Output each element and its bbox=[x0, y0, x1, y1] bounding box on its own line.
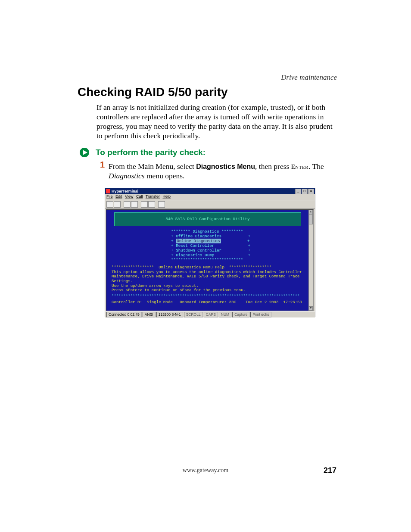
status-caps: CAPS bbox=[204, 312, 218, 317]
help-body: This option allows you to access the onl… bbox=[112, 270, 305, 293]
toolbar bbox=[105, 200, 315, 208]
toolbar-button[interactable] bbox=[114, 201, 121, 208]
maximize-button[interactable]: □ bbox=[302, 189, 308, 194]
diag-footer: ****************************** bbox=[171, 258, 243, 262]
procedure-arrow-icon bbox=[80, 148, 91, 157]
menu-transfer[interactable]: Transfer bbox=[146, 194, 160, 199]
footer-url: www.gateway.com bbox=[0, 467, 411, 474]
step-text-menu: Diagnostics Menu bbox=[196, 163, 255, 170]
toolbar-button[interactable] bbox=[158, 201, 165, 208]
section-header: Drive maintenance bbox=[281, 73, 337, 82]
toolbar-button[interactable] bbox=[131, 201, 138, 208]
menu-call[interactable]: Call bbox=[136, 194, 143, 199]
divider-stars: ****************************************… bbox=[106, 294, 309, 299]
status-connected: Connected 0:02:49 bbox=[106, 312, 142, 317]
status-emulation: ANSI bbox=[143, 312, 156, 317]
menu-item-shutdown[interactable]: + Shutdown Controller + bbox=[171, 248, 250, 253]
scrollbar[interactable]: ▲ ▼ bbox=[308, 210, 313, 311]
scroll-down-icon[interactable]: ▼ bbox=[309, 306, 313, 311]
controller-status-line: Controller 0: Single Mode Onboard Temper… bbox=[112, 300, 304, 305]
step-text-enter: Enter bbox=[291, 163, 308, 170]
status-capture: Capture bbox=[232, 312, 249, 317]
status-params: 115200 8-N-1 bbox=[156, 312, 183, 317]
menu-edit[interactable]: Edit bbox=[115, 194, 122, 199]
toolbar-button[interactable] bbox=[148, 201, 155, 208]
step-text: From the Main Menu, select Diagnostics M… bbox=[109, 162, 337, 181]
toolbar-button[interactable] bbox=[106, 201, 113, 208]
terminal-area: 840 SATA RAID Configuration Utility ****… bbox=[106, 209, 314, 311]
diag-header: ******** Diagnostics ********* bbox=[171, 229, 243, 234]
page-title: Checking RAID 5/50 parity bbox=[78, 85, 228, 99]
menu-file[interactable]: File bbox=[106, 194, 113, 199]
close-button[interactable]: × bbox=[308, 189, 314, 194]
step-text-pre: From the Main Menu, select bbox=[109, 162, 196, 171]
scroll-up-icon[interactable]: ▲ bbox=[309, 210, 313, 214]
status-echo: Print echo bbox=[250, 312, 271, 317]
window-title: HyperTerminal bbox=[112, 189, 138, 193]
step-text-mid: , then press bbox=[255, 162, 291, 171]
scroll-thumb[interactable] bbox=[309, 214, 313, 224]
step-text-post1: . The bbox=[308, 162, 324, 171]
status-num: NUM bbox=[219, 312, 231, 317]
step-text-ital: Diagnostics bbox=[109, 171, 145, 180]
toolbar-button[interactable] bbox=[141, 201, 148, 208]
help-section: ****************** Online Diagnostics Me… bbox=[112, 265, 304, 293]
menubar: File Edit View Call Transfer Help bbox=[105, 194, 315, 200]
intro-paragraph: If an array is not initialized during cr… bbox=[97, 103, 338, 141]
menu-item-reset[interactable]: + Reset Controller + bbox=[171, 243, 250, 248]
utility-banner: 840 SATA RAID Configuration Utility bbox=[114, 212, 301, 226]
menu-item-dump[interactable]: + Diagnostics Dump + bbox=[171, 253, 250, 258]
minimize-button[interactable]: _ bbox=[295, 189, 301, 194]
page-number: 217 bbox=[324, 466, 336, 475]
app-icon bbox=[106, 189, 110, 193]
status-scroll: SCROLL bbox=[184, 312, 203, 317]
procedure-heading: To perform the parity check: bbox=[96, 148, 206, 157]
menu-item-online-suffix: + bbox=[221, 239, 250, 243]
help-title: ****************** Online Diagnostics Me… bbox=[112, 265, 271, 270]
window-titlebar: HyperTerminal _ □ × bbox=[105, 188, 315, 194]
menu-item-online-prefix: + bbox=[171, 239, 176, 243]
menu-help[interactable]: Help bbox=[163, 194, 171, 199]
hyperterminal-statusbar: Connected 0:02:49 ANSI 115200 8-N-1 SCRO… bbox=[105, 311, 315, 317]
step-number: 1 bbox=[100, 160, 105, 170]
menu-view[interactable]: View bbox=[125, 194, 133, 199]
hyperterminal-window: HyperTerminal _ □ × File Edit View Call … bbox=[105, 188, 315, 317]
menu-item-online-selected[interactable]: Online Diagnostics bbox=[176, 239, 221, 243]
menu-item-offline[interactable]: + Offline Diagnostics + bbox=[171, 234, 250, 239]
toolbar-button[interactable] bbox=[124, 201, 131, 208]
diagnostics-menu: ******** Diagnostics ********* + Offline… bbox=[106, 230, 309, 263]
step-text-post2: menu opens. bbox=[145, 171, 185, 180]
